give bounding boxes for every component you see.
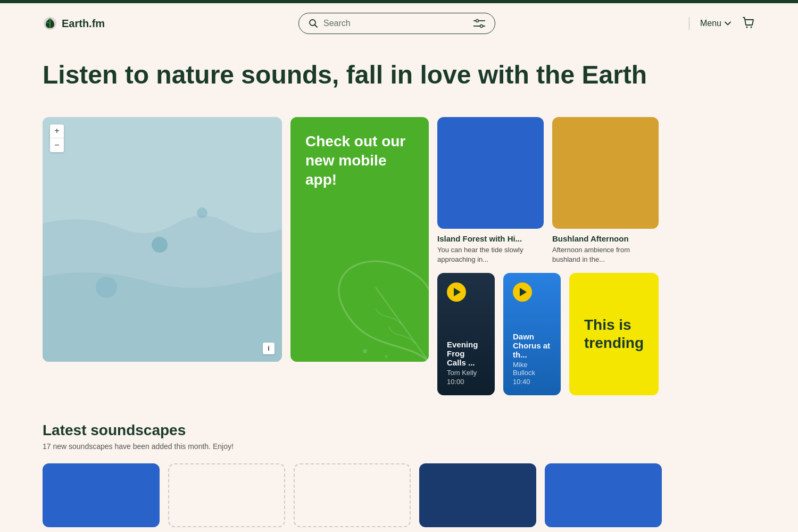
header: Earth.fm Menu bbox=[0, 3, 798, 44]
bottom-cards: Evening Frog Calls ... Tom Kelly 10:00 D… bbox=[437, 273, 659, 395]
promo-leaf-icon bbox=[333, 255, 429, 362]
logo-text: Earth.fm bbox=[62, 18, 105, 30]
search-bar bbox=[298, 13, 495, 34]
latest-card-4[interactable] bbox=[419, 463, 536, 527]
map-zoom-in-button[interactable]: + bbox=[50, 124, 64, 138]
play-triangle-icon-2 bbox=[520, 288, 527, 296]
bushland-desc: Afternoon ambience from bushland in the.… bbox=[552, 245, 659, 264]
content-grid: + − i Check out our new mobile app! Isla… bbox=[0, 117, 798, 395]
svg-point-7 bbox=[751, 26, 752, 28]
latest-card-3[interactable] bbox=[294, 463, 411, 527]
island-forest-desc: You can hear the tide slowly approaching… bbox=[437, 245, 544, 264]
island-forest-card-wrapper: Island Forest with Hi... You can hear th… bbox=[437, 117, 544, 264]
map-svg bbox=[43, 117, 282, 362]
evening-frog-duration: 10:00 bbox=[447, 378, 485, 386]
latest-card-5[interactable] bbox=[545, 463, 662, 527]
bushland-card-wrapper: Bushland Afternoon Afternoon ambience fr… bbox=[552, 117, 659, 264]
promo-text: Check out our new mobile app! bbox=[305, 132, 414, 190]
latest-cards bbox=[43, 463, 755, 527]
header-right: Menu bbox=[689, 16, 755, 31]
evening-frog-play-button[interactable] bbox=[447, 282, 466, 302]
search-icon bbox=[309, 19, 318, 28]
header-divider bbox=[689, 17, 689, 30]
dawn-chorus-play-button[interactable] bbox=[513, 282, 532, 302]
cart-button[interactable] bbox=[742, 16, 755, 31]
menu-label: Menu bbox=[700, 19, 721, 28]
map-container: + − i bbox=[43, 117, 282, 362]
promo-card[interactable]: Check out our new mobile app! bbox=[290, 117, 429, 362]
map-zoom-out-button[interactable]: − bbox=[50, 138, 64, 152]
header-center bbox=[105, 13, 689, 34]
island-forest-title: Island Forest with Hi... bbox=[437, 234, 544, 243]
latest-subtitle: 17 new soundscapes have been added this … bbox=[43, 442, 755, 451]
bushland-info: Bushland Afternoon Afternoon ambience fr… bbox=[552, 229, 659, 264]
play-triangle-icon bbox=[454, 288, 461, 296]
map-info-button[interactable]: i bbox=[263, 343, 275, 354]
svg-point-6 bbox=[746, 26, 748, 28]
latest-title: Latest soundscapes bbox=[43, 422, 755, 439]
trending-card[interactable]: This is trending bbox=[569, 273, 659, 395]
bushland-title: Bushland Afternoon bbox=[552, 234, 659, 243]
svg-point-4 bbox=[476, 20, 479, 22]
bushland-card[interactable] bbox=[552, 117, 659, 229]
svg-point-10 bbox=[197, 207, 207, 218]
island-forest-info: Island Forest with Hi... You can hear th… bbox=[437, 229, 544, 264]
hero-section: Listen to nature sounds, fall in love wi… bbox=[0, 44, 798, 117]
dawn-chorus-duration: 10:40 bbox=[513, 378, 551, 386]
island-forest-card[interactable] bbox=[437, 117, 544, 229]
evening-frog-player-card[interactable]: Evening Frog Calls ... Tom Kelly 10:00 bbox=[437, 273, 495, 395]
latest-card-1[interactable] bbox=[43, 463, 160, 527]
chevron-down-icon bbox=[725, 21, 731, 26]
svg-point-11 bbox=[96, 277, 117, 298]
hero-title: Listen to nature sounds, fall in love wi… bbox=[43, 60, 755, 90]
svg-point-5 bbox=[480, 25, 483, 28]
evening-frog-author: Tom Kelly bbox=[447, 369, 485, 377]
filter-icon[interactable] bbox=[473, 19, 485, 28]
logo[interactable]: Earth.fm bbox=[43, 16, 105, 31]
latest-card-2[interactable] bbox=[168, 463, 285, 527]
map-controls: + − bbox=[50, 124, 64, 152]
dawn-chorus-title: Dawn Chorus at th... bbox=[513, 332, 551, 359]
evening-frog-title: Evening Frog Calls ... bbox=[447, 340, 485, 367]
svg-point-9 bbox=[152, 237, 168, 253]
cart-icon bbox=[742, 16, 755, 30]
search-input[interactable] bbox=[323, 19, 468, 28]
logo-icon bbox=[43, 16, 57, 31]
svg-point-13 bbox=[385, 355, 388, 358]
dawn-chorus-author: Mike Bullock bbox=[513, 361, 551, 377]
dawn-chorus-player-card[interactable]: Dawn Chorus at th... Mike Bullock 10:40 bbox=[503, 273, 561, 395]
trending-text: This is trending bbox=[584, 316, 644, 352]
svg-point-12 bbox=[363, 349, 367, 353]
menu-button[interactable]: Menu bbox=[700, 19, 731, 28]
latest-section: Latest soundscapes 17 new soundscapes ha… bbox=[0, 395, 798, 532]
